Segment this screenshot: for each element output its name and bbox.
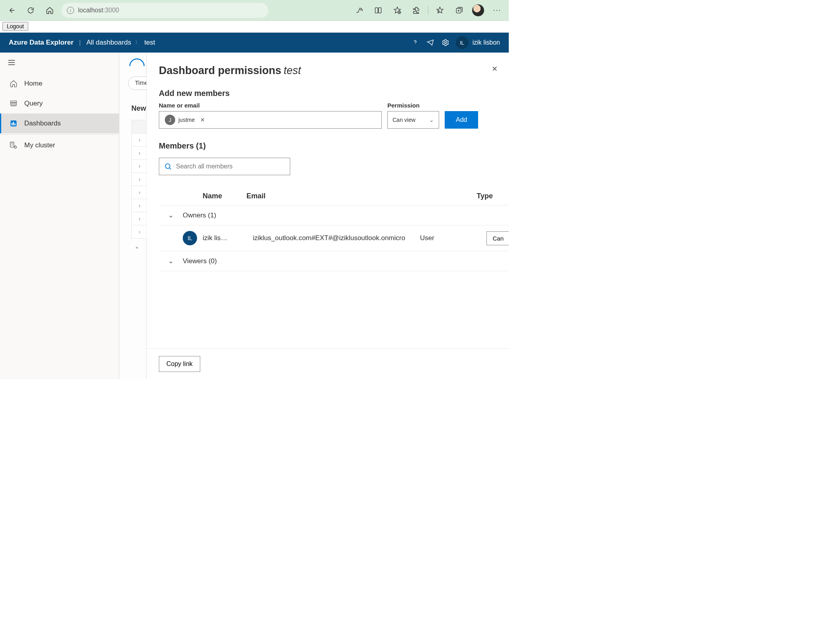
more-icon[interactable]: ··· bbox=[490, 3, 505, 18]
member-email: iziklus_outlook.com#EXT#@iziklusoutlook.… bbox=[253, 234, 420, 242]
url-host: localhost bbox=[78, 7, 103, 14]
svg-rect-0 bbox=[375, 8, 378, 13]
member-chip: J justme ✕ bbox=[162, 113, 211, 127]
members-heading: Members (1) bbox=[159, 141, 509, 151]
svg-rect-1 bbox=[379, 8, 381, 13]
tile-title: New bbox=[131, 104, 146, 113]
dashboard-background: Time New › › › › › › › › ◂ bbox=[119, 53, 147, 379]
expand-row-icon[interactable]: › bbox=[131, 159, 147, 173]
svg-rect-8 bbox=[12, 123, 13, 125]
site-info-icon[interactable]: i bbox=[67, 7, 74, 14]
col-name: Name bbox=[183, 192, 246, 200]
copy-link-button[interactable]: Copy link bbox=[159, 356, 200, 372]
settings-icon[interactable] bbox=[439, 36, 452, 49]
member-permission-button[interactable]: Can bbox=[486, 231, 509, 245]
expand-row-icon[interactable]: › bbox=[131, 212, 147, 225]
home-icon[interactable] bbox=[42, 3, 57, 18]
group-label: Viewers (0) bbox=[183, 257, 217, 265]
profile-avatar[interactable] bbox=[471, 3, 486, 18]
permissions-panel: Dashboard permissions test ✕ Add new mem… bbox=[147, 53, 509, 379]
permission-select[interactable]: Can view ⌄ bbox=[387, 111, 439, 129]
sidebar-item-label: My cluster bbox=[24, 141, 55, 149]
name-email-label: Name or email bbox=[159, 102, 382, 109]
search-members-box[interactable] bbox=[159, 158, 290, 175]
member-name: izik lis… bbox=[203, 234, 237, 242]
group-label: Owners (1) bbox=[183, 211, 216, 219]
search-icon bbox=[164, 162, 172, 170]
cluster-icon bbox=[9, 141, 18, 150]
refresh-icon[interactable] bbox=[23, 3, 38, 18]
svg-point-12 bbox=[14, 146, 17, 149]
svg-rect-11 bbox=[10, 142, 14, 147]
extensions-icon[interactable] bbox=[409, 3, 424, 18]
members-table: Name Email Type ⌄ Owners (1) IL izik lis… bbox=[159, 187, 509, 271]
sidebar: Home Query Dashboards My cluster bbox=[0, 53, 119, 379]
group-viewers[interactable]: ⌄ Viewers (0) bbox=[159, 251, 509, 271]
col-type: Type bbox=[414, 192, 509, 200]
search-input[interactable] bbox=[176, 163, 285, 170]
member-row: IL izik lis… iziklus_outlook.com#EXT#@iz… bbox=[159, 225, 509, 251]
sidebar-item-label: Dashboards bbox=[24, 119, 61, 127]
sidebar-item-query[interactable]: Query bbox=[0, 94, 119, 113]
col-email: Email bbox=[246, 192, 414, 200]
svg-rect-9 bbox=[13, 122, 14, 125]
favorites-icon[interactable] bbox=[432, 3, 447, 18]
sidebar-item-my-cluster[interactable]: My cluster bbox=[0, 135, 119, 155]
address-bar[interactable]: i localhost:3000 bbox=[61, 3, 268, 18]
chip-name: justme bbox=[178, 117, 195, 123]
chevron-down-icon[interactable]: ⌄ bbox=[159, 211, 183, 219]
user-name: izik lisbon bbox=[473, 39, 500, 46]
user-avatar[interactable]: IL bbox=[456, 36, 469, 49]
read-aloud-icon[interactable] bbox=[352, 3, 367, 18]
expand-row-icon[interactable]: › bbox=[131, 199, 147, 212]
table-header: Name Email Type bbox=[159, 187, 509, 205]
collections-icon[interactable] bbox=[451, 3, 467, 18]
member-avatar: IL bbox=[183, 231, 197, 245]
svg-point-4 bbox=[444, 42, 446, 44]
remove-chip-icon[interactable]: ✕ bbox=[198, 115, 207, 125]
chevron-right-icon: 〉 bbox=[135, 39, 140, 46]
permission-label: Permission bbox=[387, 102, 439, 109]
sidebar-item-dashboards[interactable]: Dashboards bbox=[0, 113, 119, 133]
scroll-left-icon[interactable]: ◂ bbox=[135, 245, 138, 250]
table-stub: › › › › › › › › bbox=[131, 120, 147, 239]
svg-rect-5 bbox=[11, 101, 17, 102]
people-picker[interactable]: J justme ✕ bbox=[159, 111, 382, 129]
logout-strip: Logout bbox=[0, 21, 509, 33]
sidebar-item-label: Query bbox=[24, 100, 43, 108]
group-owners[interactable]: ⌄ Owners (1) bbox=[159, 205, 509, 225]
sidebar-item-home[interactable]: Home bbox=[0, 74, 119, 94]
hamburger-icon[interactable] bbox=[0, 53, 119, 74]
app-header: Azure Data Explorer | All dashboards 〉 t… bbox=[0, 33, 509, 53]
dashboard-icon bbox=[9, 119, 18, 128]
breadcrumb-current: test bbox=[144, 39, 155, 47]
add-button[interactable]: Add bbox=[445, 111, 478, 129]
expand-row-icon[interactable]: › bbox=[131, 133, 147, 147]
permission-value: Can view bbox=[393, 117, 416, 123]
chevron-down-icon: ⌄ bbox=[429, 117, 434, 123]
brand-title: Azure Data Explorer bbox=[9, 39, 74, 47]
logout-button[interactable]: Logout bbox=[2, 22, 28, 31]
main-area: Time New › › › › › › › › ◂ Dashboard per… bbox=[119, 53, 509, 379]
add-members-heading: Add new members bbox=[159, 89, 509, 98]
expand-row-icon[interactable]: › bbox=[131, 146, 147, 160]
favorite-add-icon[interactable] bbox=[390, 3, 405, 18]
close-icon[interactable]: ✕ bbox=[492, 65, 498, 73]
sidebar-item-label: Home bbox=[24, 80, 42, 88]
breadcrumb-root[interactable]: All dashboards bbox=[86, 39, 131, 47]
expand-row-icon[interactable]: › bbox=[131, 172, 147, 186]
url-port: :3000 bbox=[103, 7, 119, 14]
back-icon[interactable] bbox=[4, 3, 19, 18]
svg-rect-6 bbox=[11, 103, 17, 105]
help-icon[interactable] bbox=[409, 36, 422, 49]
panel-title-dashboard: test bbox=[284, 65, 301, 77]
svg-rect-10 bbox=[15, 123, 16, 125]
app-body: Home Query Dashboards My cluster Time Ne… bbox=[0, 53, 509, 379]
feedback-icon[interactable] bbox=[424, 36, 437, 49]
panel-footer: Copy link bbox=[147, 348, 509, 379]
expand-row-icon[interactable]: › bbox=[131, 225, 147, 239]
chip-avatar: J bbox=[165, 115, 175, 125]
expand-row-icon[interactable]: › bbox=[131, 186, 147, 199]
chevron-down-icon[interactable]: ⌄ bbox=[159, 257, 183, 265]
split-screen-icon[interactable] bbox=[371, 3, 386, 18]
